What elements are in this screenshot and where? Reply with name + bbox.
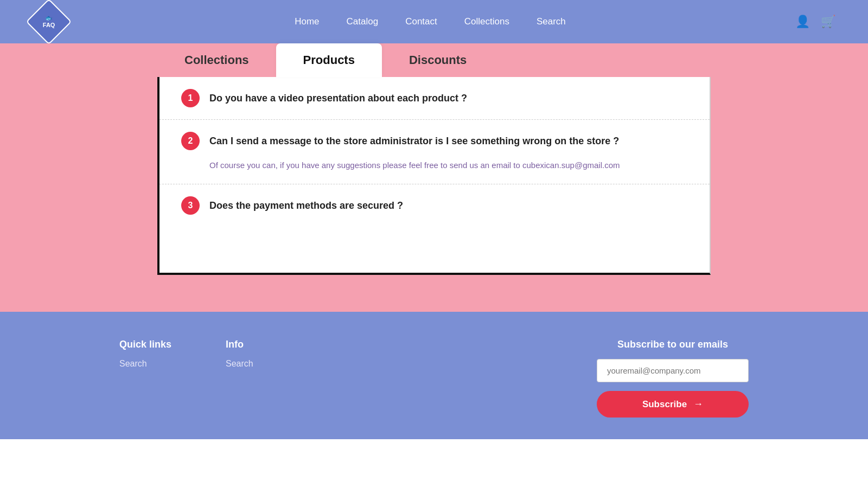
faq-item-1: 1 Do you have a video presentation about… — [159, 77, 710, 120]
subscribe-label: Subscribe — [642, 399, 687, 410]
faq-number-2: 2 — [181, 132, 200, 150]
footer-subscribe: Subscribe to our emails Subscribe → — [597, 339, 749, 418]
tab-products[interactable]: Products — [276, 43, 382, 77]
faq-item-3: 3 Does the payment methods are secured ? — [159, 184, 710, 227]
faq-number-3: 3 — [181, 196, 200, 215]
faq-question-row-2: 2 Can I send a message to the store admi… — [181, 132, 688, 150]
faq-question-3: Does the payment methods are secured ? — [209, 200, 403, 211]
faq-number-1: 1 — [181, 89, 200, 107]
site-header: 🐟 FAQ Home Catalog Contact Collections S… — [0, 0, 868, 43]
header-icons: 👤 🛒 — [795, 15, 835, 29]
logo[interactable]: 🐟 FAQ — [33, 5, 65, 38]
nav-collections[interactable]: Collections — [464, 16, 509, 27]
info-title: Info — [226, 339, 253, 350]
faq-answer-2: Of course you can, if you have any sugge… — [209, 159, 688, 172]
footer-left: Quick links Search Info Search — [119, 339, 253, 369]
nav-home[interactable]: Home — [295, 16, 319, 27]
main-content-area: Collections Products Discounts 1 Do you … — [0, 43, 868, 312]
tab-discounts[interactable]: Discounts — [382, 43, 494, 77]
subscribe-button[interactable]: Subscribe → — [597, 391, 749, 418]
footer-search-link-2[interactable]: Search — [226, 359, 253, 369]
faq-container: Collections Products Discounts 1 Do you … — [157, 43, 711, 275]
logo-text: FAQ — [43, 22, 55, 29]
subscribe-title: Subscribe to our emails — [617, 339, 728, 350]
faq-question-1: Do you have a video presentation about e… — [209, 93, 467, 104]
faq-question-2: Can I send a message to the store admini… — [209, 136, 619, 147]
site-footer: Quick links Search Info Search Subscribe… — [0, 312, 868, 439]
user-icon[interactable]: 👤 — [795, 15, 810, 29]
faq-item-2: 2 Can I send a message to the store admi… — [159, 120, 710, 184]
faq-panel: 1 Do you have a video presentation about… — [157, 77, 711, 275]
cart-icon[interactable]: 🛒 — [821, 15, 835, 29]
nav-catalog[interactable]: Catalog — [347, 16, 379, 27]
tab-collections[interactable]: Collections — [157, 43, 276, 77]
arrow-icon: → — [693, 399, 703, 410]
nav-search[interactable]: Search — [537, 16, 566, 27]
faq-question-row-3: 3 Does the payment methods are secured ? — [181, 196, 688, 215]
tab-bar: Collections Products Discounts — [157, 43, 711, 77]
quick-links-title: Quick links — [119, 339, 171, 350]
nav-contact[interactable]: Contact — [405, 16, 437, 27]
footer-info: Info Search — [226, 339, 253, 369]
footer-search-link-1[interactable]: Search — [119, 359, 171, 369]
faq-question-row-1: 1 Do you have a video presentation about… — [181, 89, 688, 107]
footer-quick-links: Quick links Search — [119, 339, 171, 369]
main-nav: Home Catalog Contact Collections Search — [295, 16, 566, 27]
email-input[interactable] — [597, 359, 749, 382]
